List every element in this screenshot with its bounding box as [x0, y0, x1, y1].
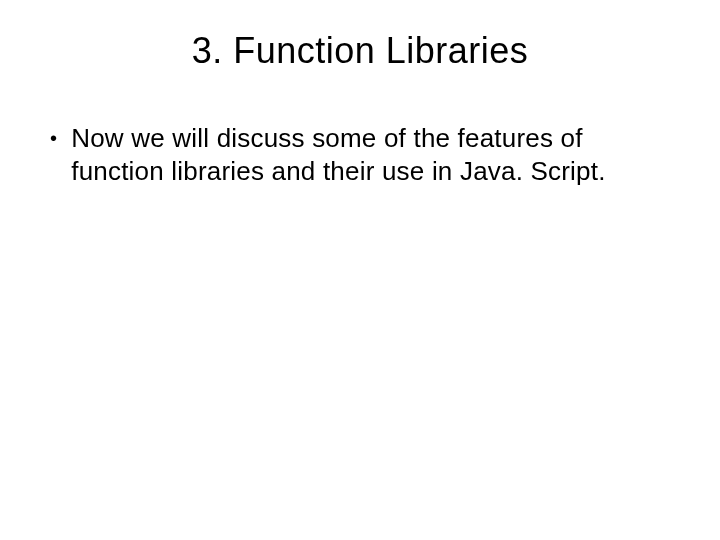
bullet-text: Now we will discuss some of the features… — [71, 122, 680, 187]
slide-title: 3. Function Libraries — [40, 30, 680, 72]
bullet-marker: • — [50, 122, 57, 154]
slide-content: • Now we will discuss some of the featur… — [40, 122, 680, 187]
bullet-item: • Now we will discuss some of the featur… — [50, 122, 680, 187]
slide-container: 3. Function Libraries • Now we will disc… — [0, 0, 720, 540]
